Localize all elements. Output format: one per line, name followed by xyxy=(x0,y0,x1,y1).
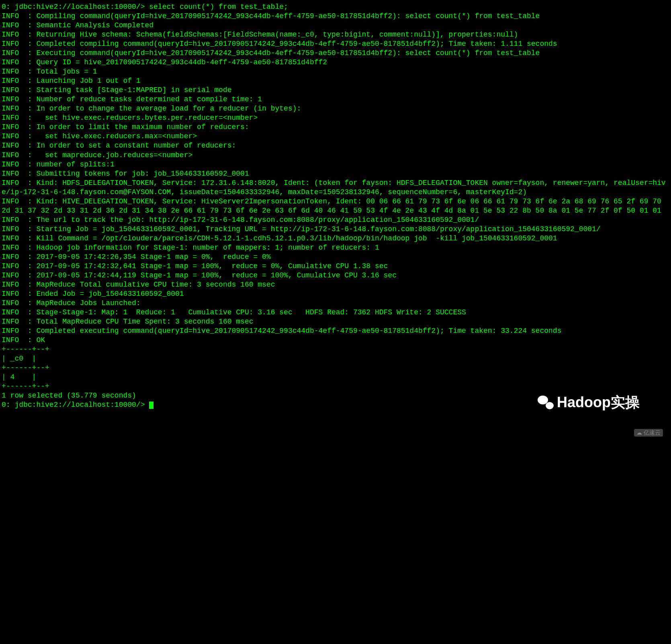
output-line: INFO : Stage-Stage-1: Map: 1 Reduce: 1 C… xyxy=(2,308,666,317)
output-line: INFO : Completed executing command(query… xyxy=(2,326,666,336)
output-line: INFO : number of splits:1 xyxy=(2,160,666,169)
output-line: INFO : set mapreduce.job.reduces=<number… xyxy=(2,151,666,160)
watermark-text-2: 亿速云 xyxy=(644,429,661,437)
output-line: INFO : Hadoop job information for Stage-… xyxy=(2,243,666,252)
output-line: INFO : Number of reduce tasks determined… xyxy=(2,95,666,104)
output-line: +------+--+ xyxy=(2,363,666,373)
output-line: INFO : Starting Job = job_1504633160592_… xyxy=(2,225,666,234)
output-line: INFO : Ended Job = job_1504633160592_000… xyxy=(2,289,666,299)
output-line: INFO : Query ID = hive_20170905174242_99… xyxy=(2,58,666,67)
output-line: +------+--+ xyxy=(2,345,666,354)
output-line: INFO : 2017-09-05 17:42:44,119 Stage-1 m… xyxy=(2,271,666,280)
prompt: 0: jdbc:hive2://localhost:10000/> xyxy=(2,401,149,409)
output-line: INFO : Completed compiling command(query… xyxy=(2,39,666,49)
output-line: INFO : Semantic Analysis Completed xyxy=(2,21,666,30)
output-line: INFO : Kind: HIVE_DELEGATION_TOKEN, Serv… xyxy=(2,197,666,215)
cloud-icon: ☁ xyxy=(636,429,642,437)
output-line: INFO : 2017-09-05 17:42:32,641 Stage-1 m… xyxy=(2,262,666,271)
output-line: | _c0 | xyxy=(2,354,666,363)
output-line: INFO : Submitting tokens for job: job_15… xyxy=(2,169,666,178)
command: select count(*) from test_table; xyxy=(149,3,288,11)
output-line: +------+--+ xyxy=(2,382,666,391)
watermark-hadoop: Hadoop实操 xyxy=(538,393,640,412)
output-line: INFO : Total jobs = 1 xyxy=(2,67,666,76)
output-line: INFO : MapReduce Jobs Launched: xyxy=(2,299,666,308)
output-line: INFO : Starting task [Stage-1:MAPRED] in… xyxy=(2,86,666,95)
output-line: INFO : Executing command(queryId=hive_20… xyxy=(2,49,666,58)
wechat-icon xyxy=(538,396,554,409)
command-line: 0: jdbc:hive2://localhost:10000/> select… xyxy=(2,2,666,12)
output-line: INFO : OK xyxy=(2,336,666,345)
output-line: INFO : MapReduce Total cumulative CPU ti… xyxy=(2,280,666,289)
output-line: INFO : The url to track the job: http://… xyxy=(2,215,666,225)
watermark-yisu: ☁ 亿速云 xyxy=(634,429,663,437)
output-line: | 4 | xyxy=(2,373,666,382)
output-line: INFO : 2017-09-05 17:42:26,354 Stage-1 m… xyxy=(2,252,666,262)
output-line: INFO : Compiling command(queryId=hive_20… xyxy=(2,12,666,21)
watermark-text: Hadoop实操 xyxy=(557,393,640,412)
output-line: INFO : Kill Command = /opt/cloudera/parc… xyxy=(2,234,666,243)
output-line: INFO : Launching Job 1 out of 1 xyxy=(2,76,666,86)
output-line: INFO : Returning Hive schema: Schema(fie… xyxy=(2,30,666,39)
prompt: 0: jdbc:hive2://localhost:10000/> xyxy=(2,3,149,11)
output-line: INFO : Total MapReduce CPU Time Spent: 3… xyxy=(2,317,666,326)
output-line: INFO : set hive.exec.reducers.max=<numbe… xyxy=(2,132,666,141)
cursor xyxy=(149,402,153,409)
output-line: INFO : Kind: HDFS_DELEGATION_TOKEN, Serv… xyxy=(2,178,666,197)
output-line: INFO : In order to change the average lo… xyxy=(2,104,666,113)
output-line: INFO : In order to limit the maximum num… xyxy=(2,123,666,132)
output-line: INFO : In order to set a constant number… xyxy=(2,141,666,150)
output-line: INFO : set hive.exec.reducers.bytes.per.… xyxy=(2,113,666,123)
terminal-output[interactable]: 0: jdbc:hive2://localhost:10000/> select… xyxy=(0,0,668,440)
